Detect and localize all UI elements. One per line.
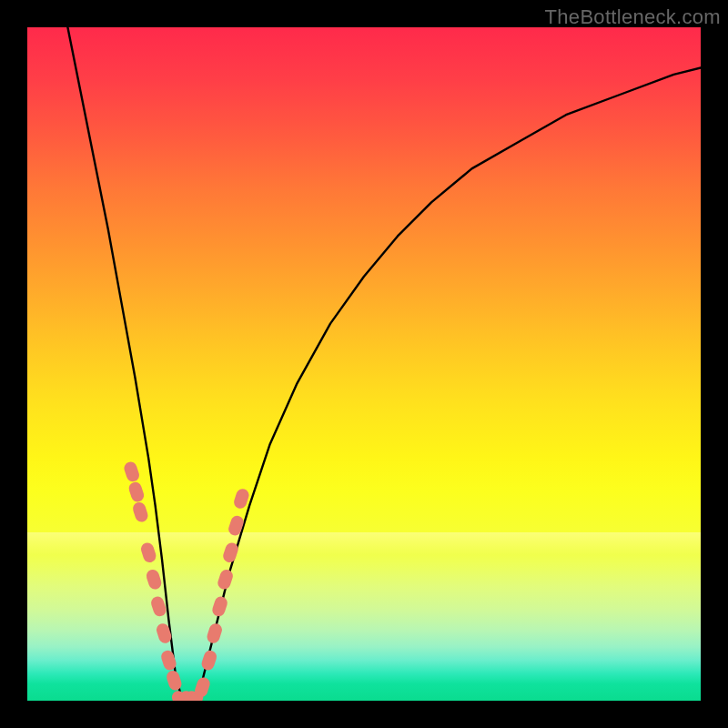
pink-dot bbox=[176, 689, 194, 701]
pink-dot bbox=[155, 622, 173, 644]
pink-dots-group bbox=[123, 460, 251, 701]
highlight-band bbox=[27, 532, 701, 555]
pink-dot bbox=[193, 676, 211, 699]
pink-dot bbox=[170, 689, 188, 701]
pink-dot bbox=[206, 622, 224, 644]
pink-dot bbox=[123, 460, 141, 483]
figure-frame: TheBottleneck.com bbox=[0, 0, 728, 728]
pink-dot bbox=[232, 487, 250, 510]
pink-dot bbox=[227, 514, 245, 537]
chart-plot-area bbox=[27, 27, 701, 701]
pink-dot bbox=[200, 649, 218, 672]
pink-dot bbox=[221, 541, 239, 564]
pink-dot bbox=[145, 568, 163, 591]
pink-dot bbox=[181, 689, 199, 701]
pink-dot bbox=[217, 568, 235, 591]
chart-svg bbox=[27, 27, 701, 701]
watermark-text: TheBottleneck.com bbox=[545, 5, 721, 29]
pink-dot bbox=[159, 649, 177, 672]
pink-dot bbox=[131, 500, 149, 523]
pink-dot bbox=[187, 689, 205, 701]
bottleneck-curve-line bbox=[67, 27, 701, 701]
pink-dot bbox=[149, 595, 167, 618]
pink-dot bbox=[127, 480, 146, 503]
pink-dot bbox=[211, 595, 229, 618]
pink-dot bbox=[139, 541, 157, 564]
pink-dot bbox=[165, 669, 183, 692]
